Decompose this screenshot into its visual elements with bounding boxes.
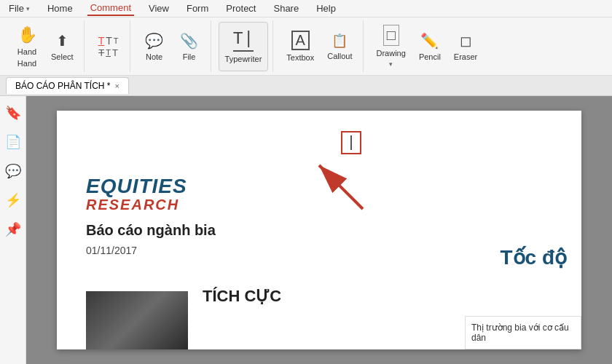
toolbar-group-nav: ✋ Hand Hand ⬆ Select [6, 20, 85, 72]
bookmark-icon[interactable]: 🔖 [5, 105, 21, 121]
speed-label: Tốc độ [500, 245, 567, 269]
document-page: EQUITIES RESEARCH Báo cáo ngành bia 01/1… [57, 111, 581, 349]
eraser-tool-button[interactable]: ◻ Eraser [448, 22, 483, 71]
menu-form[interactable]: Form [184, 1, 211, 15]
market-text-box: Thị trường bia với cơ cấu dân [465, 316, 581, 349]
toolbar-group-text: T T T T T T [87, 20, 130, 72]
drawing-icon: □ [383, 25, 399, 46]
menu-file[interactable]: File ▾ [6, 1, 33, 15]
text-format-button[interactable]: T T T T T T [92, 22, 125, 71]
menu-help[interactable]: Help [313, 1, 339, 15]
hand-tool-button[interactable]: ✋ Hand Hand [10, 22, 44, 71]
file-tool-button[interactable]: 📎 File [173, 22, 206, 71]
toolbar: ✋ Hand Hand ⬆ Select T T T T T T [0, 17, 612, 76]
logo-research: RESEARCH [86, 197, 552, 213]
callout-tool-button[interactable]: 📋 Callout [321, 22, 358, 71]
note-icon: 💬 [145, 32, 163, 50]
strikethrough-icon: T [98, 47, 104, 58]
file-arrow-icon: ▾ [26, 5, 30, 12]
positive-label: TÍCH CỰC [203, 287, 281, 306]
typewriter-icon: T| [233, 29, 254, 52]
image-content [86, 291, 188, 349]
tab-label: BÁO CÁO PHÂN TÍCH * [15, 81, 110, 91]
select-icon: ⬆ [56, 32, 68, 50]
drawing-tool-button[interactable]: □ Drawing ▾ [371, 22, 412, 71]
menu-protect[interactable]: Protect [223, 1, 259, 15]
menu-share[interactable]: Share [270, 1, 302, 15]
tab-bar: BÁO CÁO PHÂN TÍCH * × [0, 76, 612, 96]
menu-view[interactable]: View [146, 1, 172, 15]
textbox-tool-button[interactable]: A Textbox [280, 22, 320, 71]
text-color-icon: T [98, 35, 105, 47]
document-area: EQUITIES RESEARCH Báo cáo ngành bia 01/1… [26, 96, 612, 364]
text-small-icon: T [114, 36, 119, 45]
cursor-line [350, 135, 352, 150]
file-icon: 📎 [180, 32, 198, 50]
document-tab[interactable]: BÁO CÁO PHÂN TÍCH * × [6, 77, 129, 94]
typewriter-tool-button[interactable]: T| EQUITIES Typewriter [219, 22, 269, 71]
toolbar-group-typewriter: T| EQUITIES Typewriter [214, 20, 274, 72]
select-tool-button[interactable]: ⬆ Select [45, 22, 79, 71]
report-title: Báo cáo ngành bia [86, 222, 552, 239]
menu-comment[interactable]: Comment [87, 1, 134, 16]
text-format-icons: T T T T T T [98, 35, 119, 58]
hand-icon: ✋ [17, 25, 37, 44]
article-image [86, 291, 188, 349]
pencil-icon: ✏️ [420, 32, 439, 50]
logo-area: EQUITIES RESEARCH [86, 176, 552, 213]
textbox-icon: A [291, 31, 310, 50]
typewriter-cursor-box [341, 131, 361, 154]
attachments-icon[interactable]: 📌 [5, 221, 21, 237]
left-sidebar: 🔖 📄 💬 ⚡ 📌 [0, 96, 26, 364]
toolbar-group-boxes: A Textbox 📋 Callout [276, 20, 363, 72]
menu-bar: File ▾ Home Comment View Form Protect Sh… [0, 0, 612, 17]
drawing-arrow-icon: ▾ [389, 60, 393, 68]
toolbar-group-draw: □ Drawing ▾ ✏️ Pencil ◻ Eraser [366, 20, 488, 72]
market-text: Thị trường bia với cơ cấu dân [471, 323, 569, 343]
callout-icon: 📋 [332, 33, 348, 49]
layers-icon[interactable]: ⚡ [5, 192, 21, 208]
comments-icon[interactable]: 💬 [5, 163, 21, 179]
main-content: 🔖 📄 💬 ⚡ 📌 EQUITIES [0, 96, 612, 364]
underline-icon: T [106, 48, 111, 57]
text-large-icon: T [106, 35, 112, 47]
logo-equities: EQUITIES [86, 176, 552, 197]
report-date: 01/11/2017 [86, 245, 552, 256]
note-tool-button[interactable]: 💬 Note [138, 22, 171, 71]
toolbar-group-annotate: 💬 Note 📎 File [133, 20, 211, 72]
eraser-icon: ◻ [460, 32, 472, 50]
menu-home[interactable]: Home [44, 1, 76, 15]
tab-close-button[interactable]: × [114, 82, 119, 90]
pages-icon[interactable]: 📄 [5, 134, 21, 150]
pencil-tool-button[interactable]: ✏️ Pencil [413, 22, 447, 71]
highlight-icon: T [112, 47, 118, 58]
